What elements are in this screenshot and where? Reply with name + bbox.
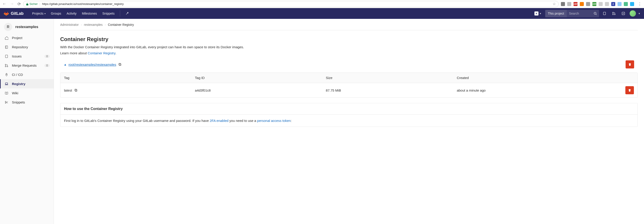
table-row: latest a4d3f01c8 87.75 MiB about a minut… xyxy=(60,83,638,98)
breadcrumb-item: Container Registry xyxy=(108,23,134,26)
breadcrumb-item[interactable]: restexamples xyxy=(84,23,102,26)
sidebar-item-ci-cd[interactable]: CI / CD xyxy=(0,70,54,79)
how-to-body: First log in to GitLab's Container Regis… xyxy=(60,115,638,126)
chevron-down-icon[interactable]: ▼ xyxy=(638,12,640,15)
user-avatar[interactable] xyxy=(630,10,636,16)
secure-label: Sicher xyxy=(30,2,38,6)
sidebar-item-label: Wiki xyxy=(12,91,18,95)
copy-icon[interactable] xyxy=(74,89,78,92)
issues-icon xyxy=(5,54,9,58)
how-to-title: How to use the Container Registry xyxy=(60,103,638,115)
chevron-down-icon: ▼ xyxy=(539,12,542,15)
svg-rect-9 xyxy=(6,55,8,58)
scissors-icon xyxy=(5,100,9,104)
chevron-right-icon: › xyxy=(81,24,82,26)
chrome-menu-icon[interactable]: ⋮ xyxy=(638,2,642,6)
collapse-chevron-icon[interactable]: ▲ xyxy=(64,63,67,66)
url-text: https://gitlab.jonashackt.io/root/restex… xyxy=(42,2,551,6)
plus-icon: + xyxy=(534,12,538,16)
back-button[interactable]: ← xyxy=(2,2,6,6)
svg-point-5 xyxy=(614,14,615,15)
trash-icon xyxy=(628,63,632,66)
sidebar-item-wiki[interactable]: Wiki xyxy=(0,88,54,98)
ext-tab-icon[interactable] xyxy=(605,2,609,6)
topnav-projects[interactable]: Projects▾ xyxy=(30,8,48,19)
search-scope[interactable]: This project xyxy=(545,10,567,17)
pocket-icon[interactable] xyxy=(561,2,565,6)
vue-icon[interactable] xyxy=(624,2,628,6)
rocket-icon xyxy=(5,73,9,76)
search-input[interactable] xyxy=(567,12,592,15)
issues-icon[interactable] xyxy=(603,12,606,15)
svg-rect-14 xyxy=(6,83,8,84)
ext-a-icon[interactable] xyxy=(599,2,603,6)
badge: 0 xyxy=(44,64,50,67)
book-icon xyxy=(5,45,9,49)
search-icon[interactable] xyxy=(592,12,599,15)
ext-grey2-icon[interactable] xyxy=(586,2,590,6)
sidebar-item-label: Merge Requests xyxy=(12,64,36,67)
zoom-icon[interactable] xyxy=(630,2,634,6)
laptop-icon xyxy=(5,82,9,86)
sidebar-item-label: Snippets xyxy=(12,100,25,104)
topnav-activity[interactable]: Activity xyxy=(64,8,79,19)
project-header[interactable]: R restexamples xyxy=(0,21,54,33)
admin-wrench-icon[interactable] xyxy=(123,8,132,19)
copy-icon[interactable] xyxy=(118,63,122,66)
svg-point-12 xyxy=(7,66,8,67)
ext-lb-icon[interactable] xyxy=(618,2,622,6)
z-icon[interactable]: Z xyxy=(611,2,615,6)
sidebar-item-registry[interactable]: Registry xyxy=(0,79,54,88)
topnav-milestones[interactable]: Milestones xyxy=(79,8,100,19)
2fa-enabled-link[interactable]: 2FA enabled xyxy=(210,119,228,122)
sidebar-item-issues[interactable]: Issues0 xyxy=(0,52,54,61)
how-to-card: How to use the Container Registry First … xyxy=(60,103,638,127)
address-bar[interactable]: Sicher | https://gitlab.jonashackt.io/ro… xyxy=(23,1,559,7)
breadcrumb-item[interactable]: Administrator xyxy=(60,23,78,26)
tag-id: a4d3f01c8 xyxy=(195,88,326,92)
forward-button[interactable]: → xyxy=(10,2,14,6)
svg-point-11 xyxy=(5,66,6,67)
col-header: Tag ID xyxy=(195,76,326,80)
abp-icon[interactable]: ABP xyxy=(574,2,578,6)
lock-icon xyxy=(26,3,28,6)
sidebar-item-label: Issues xyxy=(12,54,22,58)
gitlab-logo[interactable]: GitLab xyxy=(4,11,24,16)
repo-path-link[interactable]: root/restexamples/restexamples xyxy=(68,62,116,66)
search-bar: This project xyxy=(545,10,599,17)
topnav-snippets[interactable]: Snippets xyxy=(100,8,117,19)
personal-access-token-link[interactable]: personal access token xyxy=(257,119,290,122)
topnav-groups[interactable]: Groups xyxy=(48,8,64,19)
learn-more: Learn more about Container Registry. xyxy=(60,51,638,55)
todos-icon[interactable] xyxy=(622,12,625,15)
svg-point-18 xyxy=(5,102,6,104)
merge-requests-icon[interactable] xyxy=(612,12,616,15)
ext-grey-icon[interactable] xyxy=(567,2,571,6)
sidebar-item-repository[interactable]: Repository xyxy=(0,42,54,52)
svg-point-17 xyxy=(5,101,6,102)
delete-repo-button[interactable] xyxy=(626,60,634,68)
svg-point-3 xyxy=(612,12,614,13)
sidebar-item-label: Repository xyxy=(12,45,28,49)
gitlab-topnav: GitLab Projects▾GroupsActivityMilestones… xyxy=(0,8,644,19)
new-menu[interactable]: + ▼ xyxy=(534,12,542,16)
bookmark-star-icon[interactable]: ☆ xyxy=(552,2,556,6)
col-header: Created xyxy=(457,76,620,80)
badge: 0 xyxy=(44,55,50,58)
svg-point-10 xyxy=(5,64,6,65)
delete-tag-button[interactable] xyxy=(625,86,634,94)
browser-chrome: ← → ⟳ Sicher | https://gitlab.jonashackt… xyxy=(0,0,644,8)
cors-icon[interactable]: CORS xyxy=(592,2,596,6)
tag-created: about a minute ago xyxy=(457,88,620,92)
sidebar-item-merge-requests[interactable]: Merge Requests0 xyxy=(0,61,54,70)
ext-orange-icon[interactable] xyxy=(580,2,584,6)
reload-button[interactable]: ⟳ xyxy=(18,2,21,6)
sidebar-item-project[interactable]: Project xyxy=(0,33,54,42)
sidebar-item-snippets[interactable]: Snippets xyxy=(0,98,54,107)
project-avatar: R xyxy=(4,23,12,31)
main-content: Administrator›restexamples›Container Reg… xyxy=(54,19,644,224)
tag-table-header: TagTag IDSizeCreated xyxy=(60,73,638,83)
container-registry-link[interactable]: Container Registry xyxy=(88,51,116,55)
sidebar-item-label: Registry xyxy=(12,82,25,86)
gitlab-icon xyxy=(4,11,9,16)
